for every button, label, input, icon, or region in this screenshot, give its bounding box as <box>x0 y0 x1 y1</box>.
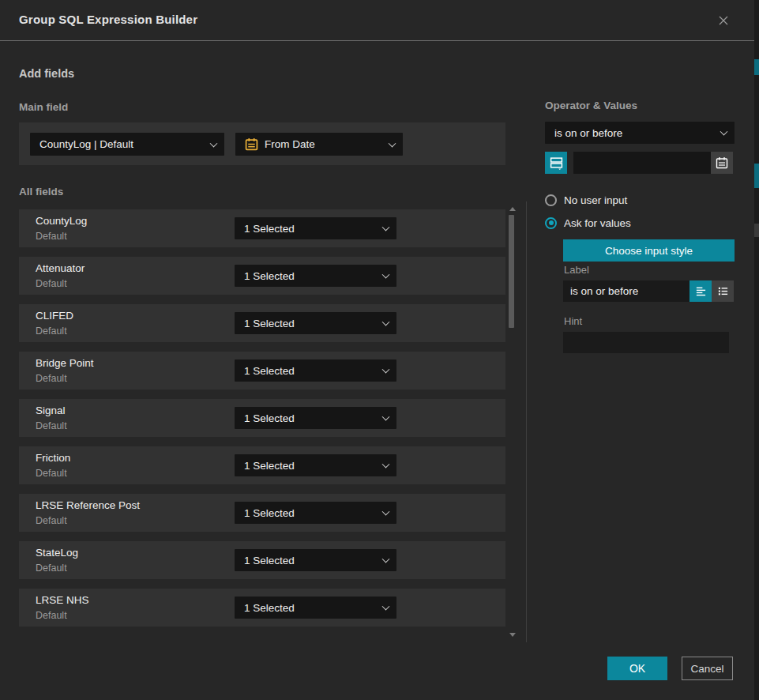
scrollbar-up-arrow-icon[interactable] <box>509 207 516 211</box>
label-caption: Label <box>564 264 589 276</box>
dialog-title: Group SQL Expression Builder <box>19 13 197 26</box>
radio-icon <box>545 194 557 206</box>
field-name: Friction <box>36 452 70 464</box>
stacked-rows-icon <box>550 156 563 170</box>
cancel-button[interactable]: Cancel <box>682 657 733 680</box>
field-selected-dropdown[interactable]: 1 Selected <box>235 597 396 619</box>
field-name: LRSE Reference Post <box>36 499 140 511</box>
chevron-down-icon <box>382 224 390 231</box>
close-button[interactable] <box>715 12 732 29</box>
field-selected-dropdown[interactable]: 1 Selected <box>235 549 396 571</box>
chevron-down-icon <box>210 139 218 147</box>
chevron-down-icon <box>382 318 390 326</box>
radio-icon <box>545 217 557 229</box>
background-gray-block <box>754 224 759 237</box>
field-name: CountyLog <box>36 215 87 227</box>
calendar-icon <box>716 156 728 169</box>
field-selected-dropdown[interactable]: 1 Selected <box>235 217 396 239</box>
field-selected-dropdown[interactable]: 1 Selected <box>235 265 396 287</box>
field-row: CLIFED Default 1 Selected <box>19 304 505 342</box>
operator-select[interactable]: is on or before <box>545 122 735 144</box>
background-app-sliver <box>754 0 759 700</box>
align-left-icon <box>695 285 707 297</box>
field-name: StateLog <box>36 547 78 559</box>
hint-input[interactable] <box>563 332 729 353</box>
chevron-down-icon <box>389 139 396 147</box>
panel-divider <box>526 201 527 642</box>
field-selected-value: 1 Selected <box>244 412 295 424</box>
field-sublabel: Default <box>36 610 67 621</box>
list-style-button[interactable] <box>712 280 734 302</box>
field-sublabel: Default <box>36 563 67 574</box>
calendar-icon <box>245 137 258 151</box>
field-selected-value: 1 Selected <box>244 223 295 235</box>
radio-ask-for-values[interactable]: Ask for values <box>545 216 631 230</box>
field-row: Friction Default 1 Selected <box>19 446 505 484</box>
field-selected-value: 1 Selected <box>244 602 295 614</box>
chevron-down-icon <box>382 366 390 374</box>
field-row: Signal Default 1 Selected <box>19 399 505 437</box>
label-input[interactable] <box>563 280 689 302</box>
field-name: LRSE NHS <box>36 594 89 606</box>
add-fields-heading: Add fields <box>19 67 74 80</box>
main-field-field-select[interactable]: From Date <box>235 133 403 156</box>
field-sublabel: Default <box>36 468 67 479</box>
field-selected-value: 1 Selected <box>244 270 295 282</box>
fields-list-scrollbar[interactable] <box>508 205 516 638</box>
field-sublabel: Default <box>36 373 67 384</box>
chevron-down-icon <box>382 508 390 516</box>
field-sublabel: Default <box>36 515 67 526</box>
main-field-layer-select-value: CountyLog | Default <box>39 138 133 150</box>
chevron-down-icon <box>382 555 390 563</box>
field-sublabel: Default <box>36 420 67 431</box>
main-field-label: Main field <box>19 101 68 113</box>
field-row: Attenuator Default 1 Selected <box>19 257 505 295</box>
field-selected-value: 1 Selected <box>244 460 295 472</box>
field-selected-value: 1 Selected <box>244 318 295 329</box>
radio-no-user-input[interactable]: No user input <box>545 193 627 207</box>
single-line-style-button[interactable] <box>689 280 712 302</box>
chevron-down-icon <box>382 271 390 279</box>
date-picker-button[interactable] <box>711 152 733 174</box>
field-selected-dropdown[interactable]: 1 Selected <box>235 359 396 382</box>
field-row: CountyLog Default 1 Selected <box>19 209 505 247</box>
field-name: Signal <box>36 405 66 416</box>
field-row: Bridge Point Default 1 Selected <box>19 352 505 390</box>
field-name: Bridge Point <box>36 357 94 369</box>
stacked-values-button[interactable] <box>545 152 567 174</box>
operator-values-heading: Operator & Values <box>545 100 637 111</box>
field-selected-value: 1 Selected <box>244 365 295 377</box>
main-field-field-select-value: From Date <box>265 138 315 150</box>
all-fields-list: CountyLog Default 1 Selected Attenuator … <box>19 209 505 636</box>
field-name: Attenuator <box>36 262 85 274</box>
operator-select-value: is on or before <box>554 127 622 139</box>
field-sublabel: Default <box>36 326 67 337</box>
scrollbar-down-arrow-icon[interactable] <box>509 633 516 637</box>
field-selected-value: 1 Selected <box>244 555 295 566</box>
field-row: LRSE NHS Default 1 Selected <box>19 589 505 627</box>
all-fields-label: All fields <box>19 186 63 198</box>
radio-no-user-input-label: No user input <box>564 194 627 206</box>
chevron-down-icon <box>382 603 390 611</box>
field-selected-dropdown[interactable]: 1 Selected <box>235 407 396 429</box>
field-selected-dropdown[interactable]: 1 Selected <box>235 454 396 476</box>
dialog-titlebar: Group SQL Expression Builder <box>0 0 754 41</box>
field-selected-dropdown[interactable]: 1 Selected <box>235 312 396 334</box>
ok-button[interactable]: OK <box>607 657 667 680</box>
field-row: StateLog Default 1 Selected <box>19 541 505 579</box>
field-selected-dropdown[interactable]: 1 Selected <box>235 502 396 524</box>
background-accent-block <box>754 59 759 75</box>
hint-caption: Hint <box>564 315 582 327</box>
group-sql-expression-builder-dialog: Group SQL Expression Builder Add fields … <box>0 0 759 700</box>
bullet-list-icon <box>717 285 729 297</box>
chevron-down-icon <box>382 413 390 421</box>
chevron-down-icon <box>382 461 390 469</box>
field-row: LRSE Reference Post Default 1 Selected <box>19 494 505 532</box>
chevron-down-icon <box>720 128 728 136</box>
scrollbar-thumb[interactable] <box>509 215 514 328</box>
choose-input-style-button[interactable]: Choose input style <box>563 239 735 262</box>
main-field-layer-select[interactable]: CountyLog | Default <box>30 133 224 156</box>
radio-ask-for-values-label: Ask for values <box>564 217 631 229</box>
date-value-input[interactable] <box>573 152 711 174</box>
field-sublabel: Default <box>36 278 67 289</box>
